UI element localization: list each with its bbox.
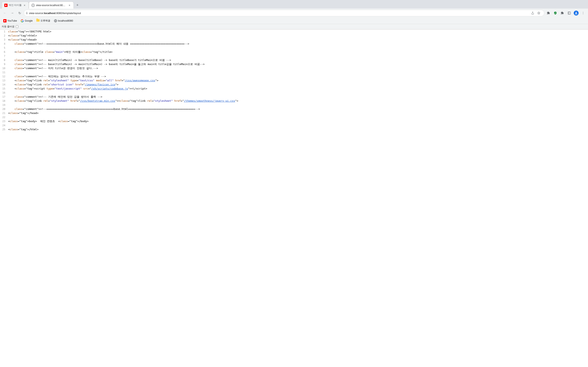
- autowrap-bar: 자동 줄바꿈: [0, 24, 588, 29]
- line-number: 13: [0, 78, 7, 83]
- line-number: 15: [0, 87, 7, 91]
- code-line: 25<class="tag">/html>: [0, 127, 588, 132]
- line-number: 12: [0, 75, 7, 78]
- line-content: <class="tag">head>: [7, 38, 588, 42]
- code-line: 19: [0, 103, 588, 107]
- address-bar[interactable]: ℹ view-source:localhost:8080/template/la…: [24, 10, 544, 16]
- line-content: [7, 54, 588, 58]
- code-line: 16: [0, 91, 588, 95]
- line-content: [7, 70, 588, 75]
- code-line: 15 <class="tag">script type="text/javasc…: [0, 87, 588, 91]
- bookmark-youtube-label: YouTube: [7, 19, 17, 22]
- line-content: class="comment"><!-- main(titleMain) -> …: [7, 58, 588, 62]
- line-number: 9: [0, 62, 7, 66]
- bookmark-localhost-label: localhost8080: [58, 19, 73, 22]
- tab2-close-button[interactable]: ×: [68, 4, 71, 7]
- svg-point-7: [583, 14, 583, 14]
- address-hostname: localhost: [44, 12, 56, 15]
- forward-button[interactable]: →: [9, 10, 16, 16]
- profile-button[interactable]: [573, 10, 579, 16]
- line-number: 23: [0, 119, 7, 123]
- svg-point-0: [32, 4, 35, 7]
- reload-button[interactable]: ↻: [16, 10, 23, 16]
- line-number: 25: [0, 127, 7, 132]
- extensions-puzzle-button[interactable]: [559, 10, 566, 16]
- line-content: <class="tag">html>: [7, 34, 588, 38]
- tab-main-title[interactable]: 메인 타이틀 ×: [2, 2, 29, 8]
- svg-rect-3: [568, 12, 571, 14]
- source-view: 1class="tag"><!DOCTYPE html>2<class="tag…: [0, 30, 588, 132]
- share-button[interactable]: [530, 10, 536, 16]
- tab1-title: 메인 타이틀: [9, 3, 22, 7]
- line-content: class="comment"><!-- 기존에 메인에 있던 값을 받아서 출…: [7, 95, 588, 99]
- code-line: 14 <class="tag">link rel="shortcut icon"…: [0, 83, 588, 87]
- address-prefix: view-source:: [29, 12, 44, 15]
- code-line: 6 <class="tag">title class="main">메인 타이틀…: [0, 50, 588, 54]
- new-tab-button[interactable]: +: [75, 2, 80, 8]
- line-content: class="comment"><!--====================…: [7, 107, 588, 111]
- line-number: 3: [0, 38, 7, 42]
- shield-button[interactable]: [552, 10, 559, 16]
- code-line: 22: [0, 115, 588, 119]
- line-content: <class="tag">link rel="shortcut icon" hr…: [7, 83, 588, 87]
- code-line: 20 class="comment"><!--=================…: [0, 107, 588, 111]
- code-line: 11: [0, 70, 588, 75]
- line-number: 2: [0, 34, 7, 38]
- browser-chrome: 메인 타이틀 × view-source:localhost:8080/t...…: [0, 0, 588, 30]
- code-line: 7: [0, 54, 588, 58]
- line-number: 8: [0, 58, 7, 62]
- line-content: class="comment"><!-- 메인에는 없어서 메인에는 추가되는 …: [7, 75, 588, 78]
- line-content: <class="tag">/html>: [7, 127, 588, 132]
- tab1-close-button[interactable]: ×: [23, 4, 26, 7]
- line-number: 18: [0, 99, 7, 103]
- bookmark-google[interactable]: Google: [19, 18, 34, 23]
- line-number: 5: [0, 46, 7, 50]
- profile-icon: [574, 11, 579, 16]
- back-button[interactable]: ←: [2, 10, 8, 16]
- menu-button[interactable]: [580, 10, 586, 16]
- code-line: 3<class="tag">head>: [0, 38, 588, 42]
- bookmark-youtube[interactable]: YouTube: [2, 18, 18, 23]
- nav-bar: ← → ↻ ℹ view-source:localhost:8080/templ…: [0, 8, 588, 17]
- line-content: class="comment"><!-- 마치 title은 변경이 안된것 같…: [7, 66, 588, 70]
- line-content: [7, 103, 588, 107]
- code-line: 21<class="tag">/head>: [0, 111, 588, 115]
- bookmark-error[interactable]: 오류해결: [35, 18, 52, 23]
- line-content: [7, 115, 588, 119]
- bookmarks-bar: YouTube Google 오류해결 localhost8080: [0, 17, 588, 24]
- code-line: 12 class="comment"><!-- 메인에는 없어서 메인에는 추가…: [0, 75, 588, 78]
- bookmark-localhost[interactable]: localhost8080: [52, 18, 75, 23]
- code-line: 2<class="tag">html>: [0, 34, 588, 38]
- sidebar-button[interactable]: [566, 10, 572, 16]
- code-line: 23<class="tag">body> 메인 컨텐츠 <class="tag"…: [0, 119, 588, 123]
- address-actions: [530, 10, 542, 16]
- line-number: 16: [0, 91, 7, 95]
- line-number: 4: [0, 42, 7, 46]
- svg-point-5: [583, 12, 583, 12]
- code-line: 17 class="comment"><!-- 기존에 메인에 있던 값을 받아…: [0, 95, 588, 99]
- line-content: class="tag"><!DOCTYPE html>: [7, 30, 588, 34]
- address-path: :8080/template/layout: [56, 12, 81, 15]
- autowrap-checkbox[interactable]: [16, 25, 18, 28]
- tab1-favicon: [4, 4, 8, 7]
- code-line: 1class="tag"><!DOCTYPE html>: [0, 30, 588, 34]
- svg-point-6: [583, 13, 583, 13]
- extensions-button[interactable]: [545, 10, 552, 16]
- line-content: <class="tag">link rel="stylesheet" type=…: [7, 78, 588, 83]
- code-line: 18 <class="tag">link rel="stylesheet" hr…: [0, 99, 588, 103]
- bookmark-google-label: Google: [25, 19, 33, 22]
- bookmark-button[interactable]: [536, 10, 542, 16]
- line-content: [7, 123, 588, 127]
- line-number: 17: [0, 95, 7, 99]
- code-line: 24: [0, 123, 588, 127]
- line-number: 10: [0, 66, 7, 70]
- line-number: 11: [0, 70, 7, 75]
- bookmark-localhost-favicon: [54, 19, 57, 22]
- tab-viewsource[interactable]: view-source:localhost:8080/t... ×: [29, 2, 74, 8]
- autowrap-label: 자동 줄바꿈: [2, 25, 15, 28]
- line-content: class="comment"><!--====================…: [7, 42, 588, 46]
- code-line: 5: [0, 46, 588, 50]
- line-number: 24: [0, 123, 7, 127]
- line-content: <class="tag">/head>: [7, 111, 588, 115]
- svg-marker-2: [537, 12, 540, 14]
